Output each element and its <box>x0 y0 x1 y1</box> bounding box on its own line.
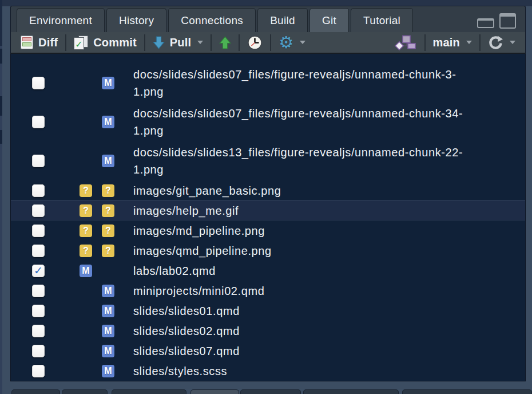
left-pane-fragment <box>0 0 2 46</box>
push-button[interactable] <box>213 32 237 53</box>
stage-checkbox-checked[interactable]: ✓ <box>32 265 45 277</box>
history-clock-button[interactable] <box>241 32 269 53</box>
file-path: slides/slides07.qmd <box>133 342 477 360</box>
minimize-icon[interactable] <box>477 18 494 28</box>
file-path: images/md_pipeline.png <box>133 222 477 239</box>
tab-environment[interactable]: Environment <box>17 8 105 32</box>
diff-button-label: Diff <box>38 36 58 49</box>
file-path: docs/slides/slides07_files/figure-reveal… <box>133 66 477 100</box>
diff-icon <box>21 36 33 49</box>
toolbar-separator <box>479 34 481 51</box>
file-path: images/git_pane_basic.png <box>133 182 477 199</box>
chevron-down-icon[interactable] <box>300 41 305 44</box>
new-branch-button[interactable] <box>387 32 423 53</box>
chevron-down-icon[interactable] <box>510 41 515 44</box>
file-path: miniprojects/mini02.qmd <box>133 282 477 300</box>
commit-icon: ✓ <box>74 36 88 50</box>
commit-button[interactable]: ✓ Commit <box>68 32 143 53</box>
toolbar-separator <box>239 34 240 51</box>
status-badge-modified: M <box>80 265 92 277</box>
status-badge-untracked: ? <box>102 245 114 257</box>
toolbar-separator <box>65 34 66 51</box>
file-path: slides/styles.scss <box>133 363 477 380</box>
stage-checkbox[interactable]: ✓ <box>32 155 45 167</box>
file-path: slides/slides01.qmd <box>133 302 477 320</box>
tab-build[interactable]: Build <box>257 8 308 32</box>
file-row-selected[interactable]: ✓ ? ? images/help_me.gif <box>11 200 525 220</box>
bottom-pane-tab-stub[interactable] <box>11 389 60 394</box>
file-row[interactable]: ✓ M slides/styles.scss <box>11 361 525 381</box>
gear-icon: ⚙ <box>279 34 293 51</box>
left-pane-fragment <box>0 49 2 64</box>
file-row[interactable]: ✓ M docs/slides/slides13_files/figure-re… <box>11 141 525 180</box>
stage-checkbox[interactable]: ✓ <box>32 184 45 197</box>
file-row[interactable]: ✓ ? ? images/git_pane_basic.png <box>11 180 525 200</box>
toolbar-separator <box>211 34 212 51</box>
file-row[interactable]: ✓ M slides/slides02.qmd <box>11 321 525 341</box>
chevron-down-icon[interactable] <box>466 41 472 44</box>
left-pane-fragment <box>0 96 2 116</box>
stage-checkbox[interactable]: ✓ <box>32 325 45 337</box>
pane-tab-bar: Environment History Connections Build Gi… <box>10 6 526 32</box>
status-badge-untracked: ? <box>80 184 92 197</box>
chevron-down-icon[interactable] <box>197 41 203 44</box>
stage-checkbox[interactable]: ✓ <box>32 245 45 257</box>
stage-checkbox[interactable]: ✓ <box>32 345 45 357</box>
stage-checkbox[interactable]: ✓ <box>32 116 45 128</box>
bottom-pane-tab-stub[interactable] <box>112 389 186 394</box>
bottom-pane-tab-stub[interactable] <box>62 389 108 394</box>
git-toolbar: Diff ✓ Commit Pull <box>10 32 526 54</box>
branch-selector[interactable]: main <box>427 32 478 53</box>
pull-arrow-icon <box>153 36 165 49</box>
file-row[interactable]: ✓ M slides/slides07.qmd <box>11 341 525 361</box>
diff-button[interactable]: Diff <box>14 32 64 53</box>
file-path: labs/lab02.qmd <box>133 262 477 279</box>
bottom-pane-tab-stub-active[interactable] <box>190 389 239 394</box>
pull-button[interactable]: Pull <box>146 32 209 53</box>
stage-checkbox[interactable]: ✓ <box>32 305 45 317</box>
file-path: images/help_me.gif <box>133 202 477 219</box>
push-arrow-icon <box>219 36 231 49</box>
file-path: images/qmd_pipeline.png <box>133 242 477 259</box>
tab-history[interactable]: History <box>106 8 166 32</box>
stage-checkbox[interactable]: ✓ <box>32 224 45 237</box>
branch-icon <box>393 35 417 50</box>
bottom-pane-tab-stub[interactable] <box>402 389 532 394</box>
git-pane: Environment History Connections Build Gi… <box>10 6 526 381</box>
bottom-pane-tab-stub[interactable] <box>303 389 399 394</box>
stage-checkbox[interactable]: ✓ <box>32 204 45 217</box>
tab-tutorial[interactable]: Tutorial <box>351 8 413 32</box>
status-badge-modified: M <box>102 365 114 377</box>
file-path: chunk-19-1.png <box>256 54 340 55</box>
status-badge-modified: M <box>102 345 114 357</box>
file-row[interactable]: ✓ M miniprojects/mini02.qmd <box>11 281 525 301</box>
status-badge-modified: M <box>102 155 114 167</box>
status-badge-untracked: ? <box>80 245 92 257</box>
file-row[interactable]: ✓ M docs/slides/slides07_files/figure-re… <box>11 64 525 103</box>
tab-git[interactable]: Git <box>309 8 349 32</box>
refresh-icon <box>488 35 503 50</box>
maximize-icon[interactable] <box>499 13 516 29</box>
status-badge-untracked: ? <box>102 184 114 197</box>
clipped-file-row[interactable]: chunk-19-1.png <box>11 54 525 64</box>
stage-checkbox[interactable]: ✓ <box>32 365 45 377</box>
stage-checkbox[interactable]: ✓ <box>32 77 45 89</box>
file-row[interactable]: ✓ M docs/slides/slides07_files/figure-re… <box>11 103 525 141</box>
clock-icon <box>247 35 263 50</box>
file-path: docs/slides/slides07_files/figure-reveal… <box>133 105 477 139</box>
file-row[interactable]: ✓ ? ? images/qmd_pipeline.png <box>11 241 525 261</box>
file-row[interactable]: ✓ M slides/slides01.qmd <box>11 301 525 321</box>
status-badge-untracked: ? <box>80 204 92 217</box>
file-row[interactable]: ✓ M labs/lab02.qmd <box>11 261 525 281</box>
status-badge-modified: M <box>102 325 114 337</box>
more-actions-button[interactable]: ⚙ <box>272 32 312 53</box>
check-icon: ✓ <box>75 40 83 49</box>
stage-checkbox[interactable]: ✓ <box>32 285 45 297</box>
status-badge-untracked: ? <box>80 224 92 237</box>
tab-connections[interactable]: Connections <box>168 8 256 32</box>
check-icon: ✓ <box>34 265 43 276</box>
status-badge-modified: M <box>102 77 114 89</box>
file-row[interactable]: ✓ ? ? images/md_pipeline.png <box>11 220 525 241</box>
refresh-button[interactable] <box>482 32 522 53</box>
bottom-pane-tab-stub[interactable] <box>240 389 301 394</box>
